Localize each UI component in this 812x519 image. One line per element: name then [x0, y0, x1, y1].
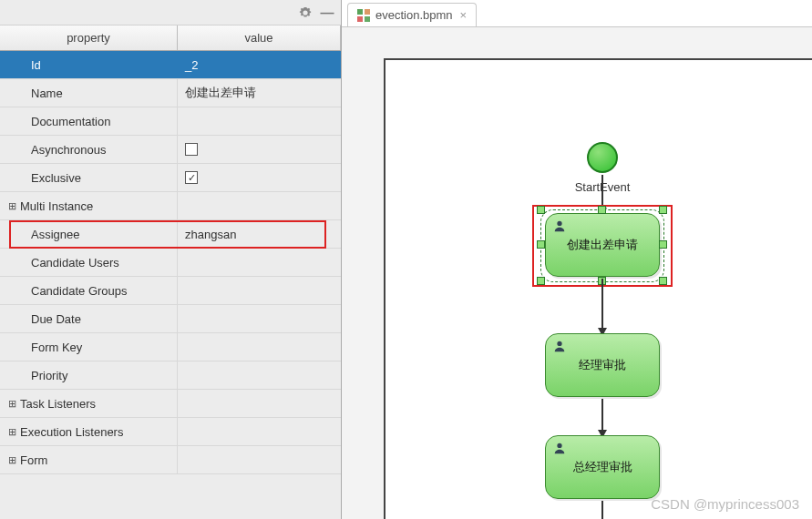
prop-label: Id: [31, 58, 41, 72]
resize-handle[interactable]: [537, 277, 545, 285]
diagram-page: StartEvent 创建出差申请: [384, 58, 812, 519]
user-task-3[interactable]: 总经理审批: [545, 435, 660, 499]
task-label: 创建出差申请: [567, 237, 638, 253]
diagram-canvas[interactable]: StartEvent 创建出差申请: [342, 27, 812, 519]
prop-label: Candidate Groups: [31, 284, 128, 298]
prop-label: Multi Instance: [20, 199, 93, 213]
editor-tab[interactable]: evection.bpmn ×: [347, 3, 477, 26]
row-name[interactable]: Name 创建出差申请: [0, 79, 341, 107]
user-icon: [553, 219, 566, 232]
row-assignee[interactable]: Assignee zhangsan: [0, 220, 341, 249]
expand-icon[interactable]: ⊞: [5, 200, 18, 212]
sequence-flow[interactable]: [601, 279, 603, 331]
checkbox-async[interactable]: [185, 143, 198, 156]
svg-point-1: [557, 341, 561, 346]
row-asynchronous[interactable]: Asynchronous: [0, 136, 341, 164]
col-header-property[interactable]: property: [0, 25, 178, 50]
row-id[interactable]: Id _2: [0, 51, 341, 79]
bpmn-file-icon: [357, 9, 370, 22]
resize-handle[interactable]: [537, 206, 545, 214]
grid-header: property value: [0, 25, 341, 51]
panel-toolbar: —: [0, 0, 341, 25]
resize-handle[interactable]: [598, 206, 606, 214]
resize-handle[interactable]: [659, 206, 667, 214]
row-candidate-users[interactable]: Candidate Users: [0, 249, 341, 277]
prop-label: Assignee: [31, 228, 79, 241]
expand-icon[interactable]: ⊞: [5, 398, 18, 410]
user-icon: [553, 340, 566, 352]
prop-label: Priority: [31, 369, 67, 382]
col-header-value[interactable]: value: [178, 25, 341, 50]
task-label: 经理审批: [579, 357, 626, 373]
user-task-1[interactable]: 创建出差申请: [545, 213, 660, 277]
prop-label: Name: [31, 86, 63, 100]
row-exclusive[interactable]: Exclusive ✓: [0, 164, 341, 192]
row-task-listeners[interactable]: ⊞Task Listeners: [0, 390, 341, 418]
user-icon: [553, 442, 566, 454]
prop-value[interactable]: _2: [185, 58, 198, 72]
row-documentation[interactable]: Documentation: [0, 107, 341, 136]
editor-tabbar: evection.bpmn ×: [342, 0, 812, 27]
start-event[interactable]: [587, 142, 618, 173]
row-due-date[interactable]: Due Date: [0, 305, 341, 333]
user-task-2[interactable]: 经理审批: [545, 333, 660, 397]
resize-handle[interactable]: [659, 277, 667, 285]
prop-label: Due Date: [31, 312, 81, 326]
row-form[interactable]: ⊞Form: [0, 446, 341, 474]
editor-area: evection.bpmn × StartEvent 创建出差申请: [342, 0, 812, 519]
sequence-flow[interactable]: [601, 501, 603, 519]
expand-icon[interactable]: ⊞: [5, 454, 18, 466]
sequence-flow[interactable]: [601, 399, 603, 433]
task-label: 总经理审批: [573, 459, 632, 475]
row-priority[interactable]: Priority: [0, 361, 341, 390]
properties-panel: — property value Id _2 Name 创建出差申请 Docum…: [0, 0, 342, 519]
checkbox-exclusive[interactable]: ✓: [185, 171, 198, 184]
row-form-key[interactable]: Form Key: [0, 333, 341, 361]
row-execution-listeners[interactable]: ⊞Execution Listeners: [0, 418, 341, 446]
prop-label: Documentation: [31, 115, 110, 128]
prop-label: Candidate Users: [31, 256, 119, 270]
svg-point-2: [557, 443, 561, 448]
gear-icon[interactable]: [297, 5, 313, 21]
prop-value[interactable]: 创建出差申请: [185, 85, 256, 101]
close-icon[interactable]: ×: [460, 8, 468, 22]
expand-icon[interactable]: ⊞: [5, 426, 18, 438]
svg-point-0: [557, 221, 561, 226]
tab-filename: evection.bpmn: [375, 8, 453, 22]
prop-label: Exclusive: [31, 171, 81, 185]
prop-label: Form Key: [31, 341, 82, 354]
prop-label: Asynchronous: [31, 143, 106, 157]
prop-label: Task Listeners: [20, 397, 96, 411]
prop-label: Form: [20, 453, 47, 467]
resize-handle[interactable]: [537, 240, 545, 249]
resize-handle[interactable]: [659, 240, 667, 249]
prop-label: Execution Listeners: [20, 425, 123, 439]
row-candidate-groups[interactable]: Candidate Groups: [0, 277, 341, 305]
row-multi-instance[interactable]: ⊞Multi Instance: [0, 192, 341, 220]
minimize-icon[interactable]: —: [319, 5, 335, 21]
prop-value[interactable]: zhangsan: [185, 228, 236, 241]
